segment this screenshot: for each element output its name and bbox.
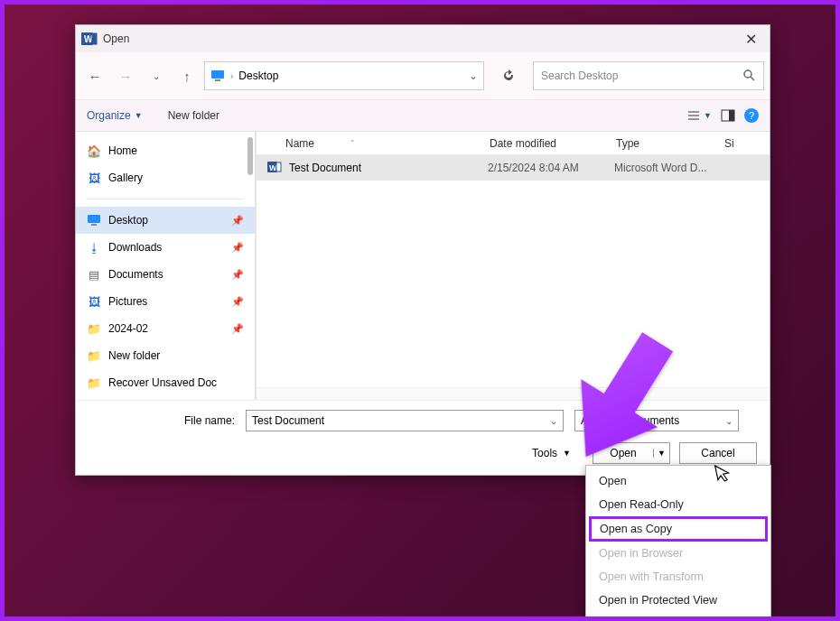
menu-item-transform: Open with Transform xyxy=(588,565,769,589)
filename-label: File name: xyxy=(89,414,240,427)
command-bar: Organize▼ New folder ▼ ? xyxy=(76,99,770,132)
column-name[interactable]: Name xyxy=(285,137,314,150)
sidebar-item-label: Desktop xyxy=(108,214,148,227)
sidebar-item-home[interactable]: 🏠 Home xyxy=(76,137,255,164)
column-date[interactable]: Date modified xyxy=(490,137,616,150)
menu-item-browser: Open in Browser xyxy=(588,542,769,565)
nav-bar: ← → ⌄ ↑ › Desktop ⌄ Search Desktop xyxy=(76,52,770,99)
sidebar-item-label: Downloads xyxy=(108,241,162,254)
search-icon xyxy=(742,68,756,85)
column-type[interactable]: Type xyxy=(616,137,724,150)
sidebar-item-label: Recover Unsaved Doc xyxy=(108,376,217,389)
sidebar-item-documents[interactable]: ▤ Documents 📌 xyxy=(76,261,255,288)
pictures-icon: 🖼 xyxy=(87,294,101,309)
nav-recent-dropdown[interactable]: ⌄ xyxy=(143,62,170,89)
refresh-button[interactable] xyxy=(495,62,522,89)
help-button[interactable]: ? xyxy=(744,108,759,123)
filename-input[interactable]: Test Document ⌄ xyxy=(246,410,564,431)
pin-icon: 📌 xyxy=(231,296,244,308)
sidebar-item-gallery[interactable]: 🖼 Gallery xyxy=(76,164,255,191)
sidebar-item-pictures[interactable]: 🖼 Pictures 📌 xyxy=(76,288,255,315)
titlebar: W Open ✕ xyxy=(76,25,770,52)
filename-value: Test Document xyxy=(252,414,324,427)
view-mode-button[interactable]: ▼ xyxy=(686,108,712,123)
cancel-button-label: Cancel xyxy=(701,447,734,459)
sidebar-item-month[interactable]: 📁 2024-02 📌 xyxy=(76,315,255,342)
sidebar-item-label: Documents xyxy=(108,268,163,281)
menu-item-open-as-copy[interactable]: Open as Copy xyxy=(589,516,768,542)
pin-icon: 📌 xyxy=(231,323,244,335)
menu-item-open[interactable]: Open xyxy=(588,469,769,493)
home-icon: 🏠 xyxy=(87,144,101,158)
nav-back-button[interactable]: ← xyxy=(81,62,108,89)
svg-rect-16 xyxy=(276,162,281,171)
chevron-down-icon[interactable]: ⌄ xyxy=(725,416,733,426)
svg-rect-4 xyxy=(215,79,220,81)
nav-sidebar[interactable]: 🏠 Home 🖼 Gallery Desktop 📌 ⭳ Downloads 📌 xyxy=(76,132,257,400)
menu-item-repair[interactable]: Open and Repair xyxy=(588,612,769,621)
chevron-right-icon: › xyxy=(230,71,233,81)
sidebar-item-recover[interactable]: 📁 Recover Unsaved Doc xyxy=(76,369,255,396)
file-row[interactable]: W Test Document 2/15/2024 8:04 AM Micros… xyxy=(257,155,770,181)
sidebar-item-label: New folder xyxy=(108,349,160,362)
preview-pane-button[interactable] xyxy=(721,108,735,123)
folder-icon: 📁 xyxy=(87,348,101,363)
nav-forward-button[interactable]: → xyxy=(112,62,139,89)
column-headers[interactable]: Name˄ Date modified Type Si xyxy=(257,132,770,155)
sidebar-item-downloads[interactable]: ⭳ Downloads 📌 xyxy=(76,234,255,261)
nav-up-button[interactable]: ↑ xyxy=(173,62,201,89)
svg-point-5 xyxy=(744,70,751,78)
address-bar[interactable]: › Desktop ⌄ xyxy=(204,61,484,90)
search-input[interactable]: Search Desktop xyxy=(533,61,764,90)
organize-menu[interactable]: Organize▼ xyxy=(87,109,143,122)
file-list-pane: Name˄ Date modified Type Si W Test Docum… xyxy=(257,132,770,400)
sidebar-item-label: Gallery xyxy=(108,171,143,184)
newfolder-button[interactable]: New folder xyxy=(168,109,219,122)
column-size[interactable]: Si xyxy=(724,137,751,150)
sidebar-item-label: Home xyxy=(108,144,137,157)
menu-item-protected[interactable]: Open in Protected View xyxy=(588,589,769,612)
pin-icon: 📌 xyxy=(231,215,244,227)
pin-icon: 📌 xyxy=(231,269,244,281)
tools-menu[interactable]: Tools▼ xyxy=(532,447,571,459)
sidebar-separator xyxy=(87,199,244,199)
svg-rect-2 xyxy=(92,33,97,44)
word-app-icon: W xyxy=(81,31,98,47)
sidebar-item-label: Pictures xyxy=(108,295,147,308)
word-file-icon: W xyxy=(267,160,284,177)
svg-line-6 xyxy=(751,77,754,80)
cancel-button[interactable]: Cancel xyxy=(679,442,757,464)
sidebar-item-label: 2024-02 xyxy=(108,322,148,335)
desktop-icon xyxy=(210,69,225,83)
pin-icon: 📌 xyxy=(231,242,244,254)
window-title: Open xyxy=(103,32,738,45)
sort-indicator-icon: ˄ xyxy=(350,139,355,148)
gallery-icon: 🖼 xyxy=(87,171,101,185)
file-name: Test Document xyxy=(289,162,488,174)
svg-rect-3 xyxy=(211,70,224,79)
desktop-icon xyxy=(87,213,101,227)
svg-rect-13 xyxy=(91,224,97,226)
sidebar-item-desktop[interactable]: Desktop 📌 xyxy=(76,207,255,234)
sidebar-item-newfolder[interactable]: 📁 New folder xyxy=(76,342,255,369)
menu-item-readonly[interactable]: Open Read-Only xyxy=(588,493,769,516)
search-placeholder: Search Desktop xyxy=(541,70,618,82)
file-date: 2/15/2024 8:04 AM xyxy=(488,162,614,174)
svg-rect-11 xyxy=(729,110,734,121)
folder-icon: 📁 xyxy=(87,321,101,336)
chevron-down-icon[interactable]: ⌄ xyxy=(469,70,478,82)
open-mode-menu: Open Open Read-Only Open as Copy Open in… xyxy=(585,465,771,621)
file-type: Microsoft Word D... xyxy=(614,162,741,174)
svg-rect-12 xyxy=(88,215,100,223)
folder-icon: 📁 xyxy=(87,375,101,390)
breadcrumb-location[interactable]: Desktop xyxy=(238,70,278,82)
close-button[interactable]: ✕ xyxy=(738,29,764,50)
document-icon: ▤ xyxy=(87,267,101,282)
download-icon: ⭳ xyxy=(87,240,101,255)
